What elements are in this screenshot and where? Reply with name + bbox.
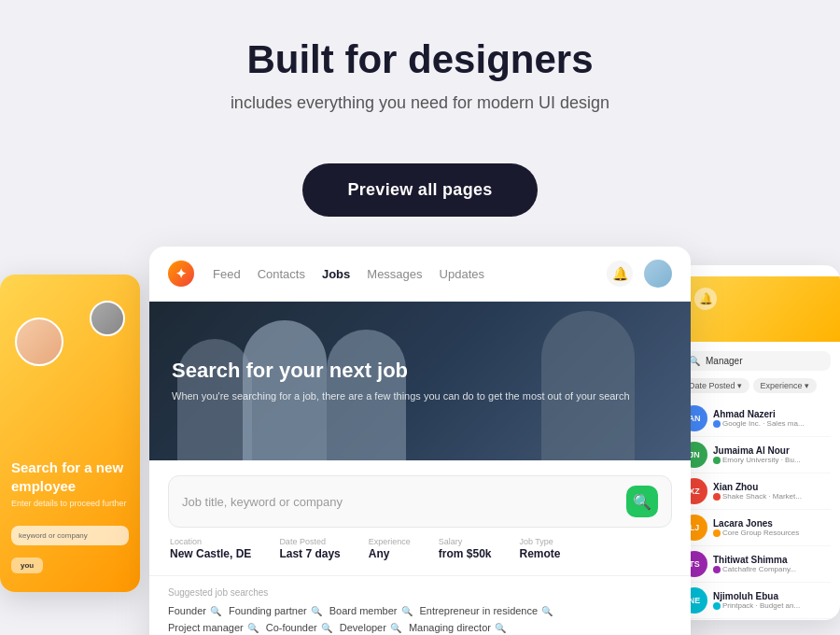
chevron-down-icon: ▾ [737, 381, 742, 390]
right-card-body: 🔍 Manager Date Posted ▾ Experience ▾ AN … [672, 342, 840, 620]
tag-board-member[interactable]: Board member 🔍 [329, 605, 413, 616]
suggested-row-1: Founder 🔍 Founding partner 🔍 Board membe… [168, 605, 672, 616]
person-name-jumaima: Jumaima Al Nour [713, 445, 831, 456]
filter-salary-value: from $50k [439, 547, 492, 560]
filter-type-label: Job Type [519, 537, 560, 546]
person-info-thitiwat: Thitiwat Shimma Catchafire Company... [713, 555, 831, 573]
left-card-desc: Enter details to proceed further [11, 499, 136, 508]
person-info-lacara: Lacara Jones Core Group Resources [713, 518, 831, 537]
avatar-male [90, 301, 125, 336]
right-search-bar[interactable]: 🔍 Manager [681, 351, 831, 371]
search-icon: 🔍 [401, 606, 413, 616]
left-card-input[interactable]: keyword or company [11, 526, 129, 545]
filter-location-value: New Castle, DE [170, 547, 251, 560]
right-filters: Date Posted ▾ Experience ▾ [681, 378, 831, 393]
filter-location-label: Location [170, 537, 251, 546]
filter-date-label: Date Posted [279, 537, 340, 546]
search-filters: Location New Castle, DE Date Posted Last… [168, 537, 672, 560]
right-panel: 🔔 🔍 Manager Date Posted ▾ Experience ▾ A… [672, 265, 840, 620]
nav-messages[interactable]: Messages [367, 267, 422, 281]
nav-right: 🔔 [607, 260, 672, 288]
nav-updates[interactable]: Updates [440, 267, 484, 281]
person-detail-thitiwat: Catchafire Company... [713, 565, 831, 573]
person-detail-ahmad: Google Inc. · Sales ma... [713, 419, 831, 428]
bell-icon[interactable]: 🔔 [607, 261, 633, 287]
company-dot [713, 493, 721, 501]
right-search-text: Manager [706, 356, 742, 366]
left-card: Search for a new employee Enter details … [0, 275, 140, 592]
tag-cofounder[interactable]: Co-founder 🔍 [266, 622, 332, 633]
filter-salary-label: Salary [439, 537, 492, 546]
header-section: Built for designers includes everything … [0, 0, 840, 141]
company-dot [713, 420, 721, 428]
tag-developer[interactable]: Developer 🔍 [340, 622, 401, 633]
left-card-content: Search for a new employee Enter details … [0, 275, 140, 592]
search-icon: 🔍 [311, 606, 322, 616]
filter-exp-label: Experience [369, 537, 411, 546]
hero-text: Search for your next job When you're sea… [149, 340, 652, 422]
user-avatar[interactable] [644, 260, 672, 288]
person-name-njimoluh: Njimoluh Ebua [713, 591, 831, 601]
tag-founding-partner[interactable]: Founding partner 🔍 [229, 605, 322, 616]
main-card: ✦ Feed Contacts Jobs Messages Updates 🔔 [149, 247, 691, 635]
person-name-xian: Xian Zhou [713, 482, 831, 492]
search-button[interactable]: 🔍 [626, 486, 658, 517]
person-detail-lacara: Core Group Resources [713, 529, 831, 537]
hero-subtitle: When you're searching for a job, there a… [172, 389, 630, 403]
filter-date: Date Posted Last 7 days [279, 537, 340, 560]
search-section: Job title, keyword or company 🔍 Location… [149, 460, 691, 576]
filter-location: Location New Castle, DE [170, 537, 251, 560]
filter-salary: Salary from $50k [439, 537, 492, 560]
search-icon: 🔍 [495, 623, 506, 633]
tag-founder[interactable]: Founder 🔍 [168, 605, 221, 616]
tag-pm[interactable]: Project manager 🔍 [168, 622, 259, 633]
person-name-lacara: Lacara Jones [713, 518, 831, 529]
person-info-jumaima: Jumaima Al Nour Emory University · Bu... [713, 445, 831, 464]
nav-contacts[interactable]: Contacts [258, 267, 305, 281]
search-icon: 🔍 [321, 623, 332, 633]
person-row-njimoluh[interactable]: NE Njimoluh Ebua Printpack · Budget an..… [681, 583, 831, 619]
left-card-btn[interactable]: you [11, 557, 43, 573]
main-title: Built for designers [19, 37, 821, 82]
person-row-jumaima[interactable]: JN Jumaima Al Nour Emory University · Bu… [681, 437, 831, 473]
person-row-ahmad[interactable]: AN Ahmad Nazeri Google Inc. · Sales ma..… [681, 401, 831, 437]
company-dot [713, 529, 721, 537]
filter-exp: Experience Any [369, 537, 411, 560]
suggested-section: Suggested job searches Founder 🔍 Foundin… [149, 576, 691, 635]
hero-title: Search for your next job [172, 359, 630, 383]
person-row-lacara[interactable]: LJ Lacara Jones Core Group Resources [681, 510, 831, 546]
filter-exp-value: Any [369, 547, 411, 560]
person-name-thitiwat: Thitiwat Shimma [713, 555, 831, 565]
search-placeholder-text: Job title, keyword or company [182, 495, 617, 509]
right-bell-icon[interactable]: 🔔 [694, 288, 717, 310]
screenshots-area: Search for a new employee Enter details … [0, 247, 840, 635]
person-row-xian[interactable]: XZ Xian Zhou Shake Shack · Market... [681, 473, 831, 510]
search-icon: 🔍 [541, 606, 553, 616]
nav-jobs[interactable]: Jobs [322, 267, 350, 281]
nav-feed[interactable]: Feed [213, 267, 241, 281]
person-detail-njimoluh: Printpack · Budget an... [713, 601, 831, 610]
person-info-xian: Xian Zhou Shake Shack · Market... [713, 482, 831, 501]
company-dot [713, 457, 721, 464]
suggested-label: Suggested job searches [168, 587, 672, 598]
filter-type-value: Remote [519, 547, 560, 560]
nav-logo: ✦ [168, 261, 194, 287]
tag-entrepreneur[interactable]: Entrepreneur in residence 🔍 [420, 605, 553, 616]
person-row-thitiwat[interactable]: TS Thitiwat Shimma Catchafire Company... [681, 546, 831, 583]
cta-container: Preview all pages [0, 163, 840, 217]
filter-experience[interactable]: Experience ▾ [753, 378, 817, 393]
preview-button[interactable]: Preview all pages [302, 163, 537, 217]
person-info-njimoluh: Njimoluh Ebua Printpack · Budget an... [713, 591, 831, 610]
search-bar[interactable]: Job title, keyword or company 🔍 [168, 475, 672, 528]
nav-bar: ✦ Feed Contacts Jobs Messages Updates 🔔 [149, 247, 691, 302]
right-card-header: 🔔 [672, 276, 840, 342]
nav-links: Feed Contacts Jobs Messages Updates [213, 267, 588, 281]
person-name-ahmad: Ahmad Nazeri [713, 409, 831, 419]
avatar-female [15, 318, 63, 366]
company-dot [713, 602, 721, 610]
search-icon: 🔍 [247, 623, 259, 633]
tag-managing-director[interactable]: Managing director 🔍 [409, 622, 506, 633]
filter-date-posted[interactable]: Date Posted ▾ [681, 378, 749, 393]
company-dot [713, 566, 721, 573]
person-info-ahmad: Ahmad Nazeri Google Inc. · Sales ma... [713, 409, 831, 428]
